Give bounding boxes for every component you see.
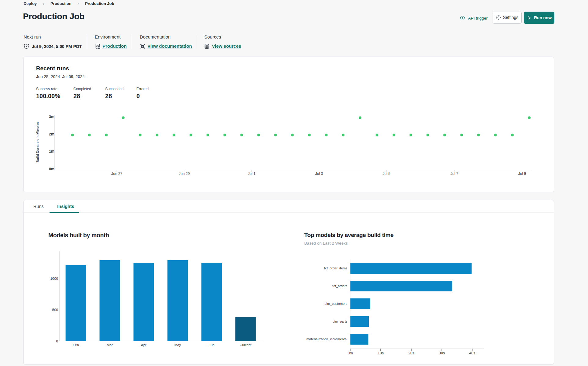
svg-text:Jul 5: Jul 5 <box>383 172 390 176</box>
svg-text:Current: Current <box>240 343 252 347</box>
svg-text:fct_order_items: fct_order_items <box>324 266 347 270</box>
svg-text:0m: 0m <box>49 167 54 171</box>
svg-text:500: 500 <box>52 308 58 312</box>
svg-text:Jun 27: Jun 27 <box>111 172 122 176</box>
svg-text:materialization_incremental: materialization_incremental <box>306 337 347 341</box>
svg-text:Apr: Apr <box>141 343 146 347</box>
svg-text:Jul 1: Jul 1 <box>248 172 256 176</box>
svg-text:3m: 3m <box>49 115 54 119</box>
svg-text:Jun: Jun <box>209 343 215 347</box>
svg-text:10s: 10s <box>378 351 383 355</box>
svg-text:2m: 2m <box>49 132 54 136</box>
svg-text:dim_parts: dim_parts <box>333 320 348 323</box>
svg-text:fct_orders: fct_orders <box>332 284 347 288</box>
svg-text:1m: 1m <box>49 149 54 153</box>
svg-text:0: 0 <box>56 339 58 343</box>
svg-text:Mar: Mar <box>107 343 113 347</box>
svg-text:Feb: Feb <box>73 343 79 347</box>
svg-text:0m: 0m <box>348 351 353 355</box>
svg-text:Jul 3: Jul 3 <box>315 172 323 176</box>
svg-text:20s: 20s <box>408 351 414 355</box>
svg-text:Jun 29: Jun 29 <box>179 172 190 176</box>
svg-text:30s: 30s <box>439 351 445 355</box>
svg-text:May: May <box>174 343 181 347</box>
svg-text:1000: 1000 <box>50 277 58 280</box>
svg-text:40s: 40s <box>469 351 475 355</box>
svg-text:Build Duration in Minutes: Build Duration in Minutes <box>36 122 39 162</box>
svg-text:Jul 7: Jul 7 <box>450 172 458 176</box>
svg-text:dim_customers: dim_customers <box>324 302 347 305</box>
svg-text:Jul 9: Jul 9 <box>518 172 526 176</box>
